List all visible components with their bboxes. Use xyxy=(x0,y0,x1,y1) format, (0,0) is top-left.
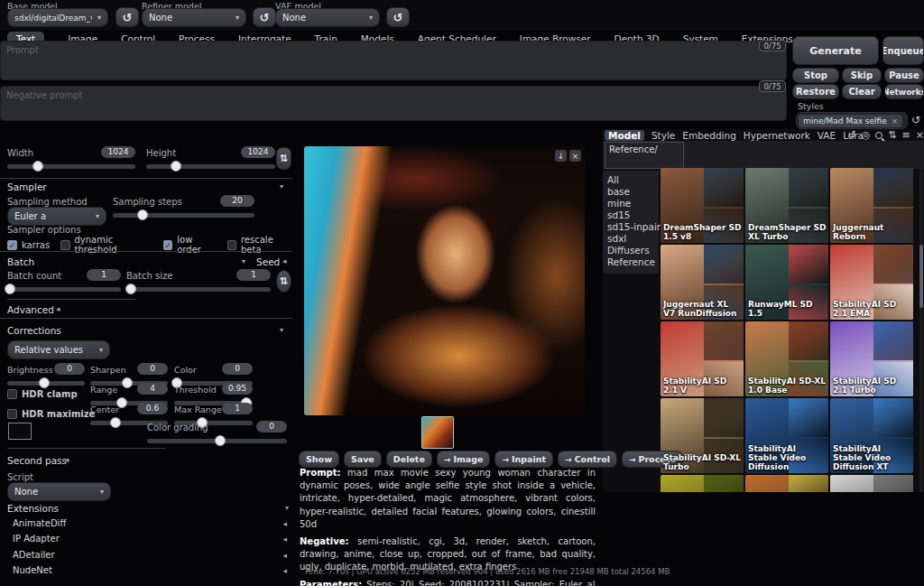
save-button[interactable]: Save xyxy=(344,451,382,468)
show-button[interactable]: Show xyxy=(299,451,339,468)
model-card[interactable]: DreamShaper SD XL Turbo xyxy=(745,168,828,243)
model-card[interactable]: Juggernaut Reborn xyxy=(830,168,913,243)
batch-section-header[interactable]: Batch xyxy=(7,256,34,267)
generate-button[interactable]: Generate xyxy=(792,36,879,65)
second-pass-section-header[interactable]: Second pass xyxy=(7,455,67,466)
seed-section-header[interactable]: Seed xyxy=(256,256,280,267)
model-card[interactable]: StabilityAI Stable Video Diffusion XT xyxy=(830,398,913,473)
category-sd15[interactable]: sd15 xyxy=(607,209,659,221)
model-card[interactable]: Juggernaut XL V7 RunDiffusion xyxy=(661,245,744,320)
scrollbar[interactable] xyxy=(919,168,923,492)
category-sd15-inpaint[interactable]: sd15-inpaint xyxy=(607,221,659,233)
advanced-section-header[interactable]: Advanced xyxy=(7,304,54,315)
sort-icon[interactable]: ⇅ xyxy=(888,130,896,140)
list-view-icon[interactable]: ≡ xyxy=(902,130,910,140)
range-value[interactable]: 4 xyxy=(137,383,168,395)
sampling-steps-handle[interactable] xyxy=(137,209,148,220)
brightness-track[interactable] xyxy=(7,381,85,386)
model-card[interactable]: StabilityAI SD-XL 1.0 Base xyxy=(745,321,828,396)
model-card[interactable]: StabilityAI SD 2.1 V xyxy=(661,321,744,396)
networks-tab-hypernetwork[interactable]: Hypernetwork xyxy=(744,130,810,141)
gallery-thumbnail[interactable] xyxy=(421,416,454,449)
send-to-image-button[interactable]: →Image xyxy=(437,451,491,468)
collapse-left-icon[interactable]: ◂ xyxy=(56,304,60,313)
color-grading-value[interactable]: 0 xyxy=(256,421,287,433)
sampler-section-header[interactable]: Sampler xyxy=(7,181,47,192)
category-reference[interactable]: Reference xyxy=(607,256,659,268)
download-icon[interactable]: ↓ xyxy=(555,150,567,162)
networks-tab-embedding[interactable]: Embedding xyxy=(682,130,736,141)
color-value[interactable]: 0 xyxy=(222,363,253,375)
collapse-left-icon[interactable]: ◂ xyxy=(282,256,287,265)
networks-tab-style[interactable]: Style xyxy=(651,130,675,141)
color-grading-track[interactable] xyxy=(147,439,287,443)
vae-model-refresh-button[interactable]: ↺ xyxy=(386,7,410,27)
base-model-dropdown[interactable]: sdxl/digitalDream_v11 [6948: ▾ xyxy=(7,8,108,27)
batch-size-track[interactable] xyxy=(126,287,271,292)
color-grade-swatch[interactable] xyxy=(8,423,32,440)
close-icon[interactable]: × xyxy=(569,150,581,162)
model-card[interactable]: RunwayML SD 1.5 xyxy=(745,245,828,320)
networks-button[interactable]: Networks xyxy=(884,84,924,99)
networks-tab-vae[interactable]: VAE xyxy=(818,130,836,141)
refiner-model-dropdown[interactable]: None ▾ xyxy=(142,8,246,27)
sampling-steps-value[interactable]: 20 xyxy=(220,195,254,207)
model-card[interactable] xyxy=(745,475,828,492)
brightness-handle[interactable] xyxy=(39,377,50,388)
sampling-steps-track[interactable] xyxy=(113,213,254,218)
negative-prompt-input[interactable]: Negative prompt xyxy=(0,86,787,121)
extension-nudenet[interactable]: NudeNet ◂ xyxy=(13,565,287,575)
batch-size-handle[interactable] xyxy=(125,284,136,294)
clear-button[interactable]: Clear xyxy=(842,84,882,99)
send-to-control-button[interactable]: →Control xyxy=(558,451,617,468)
category-sdxl[interactable]: sdxl xyxy=(607,233,659,245)
restore-button[interactable]: Restore xyxy=(792,84,839,99)
networks-search-input[interactable]: Reference/ xyxy=(605,142,684,169)
batch-count-value[interactable]: 1 xyxy=(87,269,121,281)
swap-dimensions-button[interactable]: ⇅ xyxy=(276,147,291,170)
checkbox-hdr-maximize[interactable]: HDR maximize xyxy=(7,409,95,419)
model-card[interactable] xyxy=(661,475,744,492)
model-card[interactable]: StabilityAI SD 2.1 Turbo xyxy=(830,321,913,396)
brightness-value[interactable]: 0 xyxy=(54,363,85,375)
width-value[interactable]: 1024 xyxy=(101,146,135,158)
extension-animatediff[interactable]: AnimateDiff ◂ xyxy=(13,518,287,528)
width-slider-handle[interactable] xyxy=(32,161,43,172)
color-grading-handle[interactable] xyxy=(215,435,226,446)
swap-batch-button[interactable]: ⇅ xyxy=(276,270,291,293)
max-range-value[interactable]: 1 xyxy=(222,403,253,414)
collapse-left-icon[interactable]: ◂ xyxy=(65,455,69,464)
collapse-icon[interactable]: ▾ xyxy=(242,257,245,265)
send-to-inpaint-button[interactable]: →Inpaint xyxy=(494,451,553,468)
vae-model-dropdown[interactable]: None ▾ xyxy=(275,8,380,27)
search-icon[interactable] xyxy=(875,132,882,139)
sharpen-value[interactable]: 0 xyxy=(137,363,168,375)
prompt-input[interactable]: Prompt xyxy=(0,41,787,80)
extension-ip-adapter[interactable]: IP Adapter ◂ xyxy=(13,534,287,544)
model-card[interactable]: StabilityAI Stable Video Diffusion xyxy=(745,398,828,473)
extensions-section-header[interactable]: Extensions xyxy=(7,503,59,514)
collapse-icon[interactable]: ▾ xyxy=(280,326,283,334)
pause-button[interactable]: Pause xyxy=(884,68,924,83)
height-slider-track[interactable] xyxy=(146,164,275,169)
category-mine[interactable]: mine xyxy=(607,198,659,209)
height-slider-handle[interactable] xyxy=(171,161,181,172)
model-card[interactable]: DreamShaper SD 1.5 v8 xyxy=(661,168,744,243)
refiner-model-refresh-button[interactable]: ↺ xyxy=(253,7,276,27)
collapse-icon[interactable]: ▾ xyxy=(285,504,289,512)
collapse-icon[interactable]: ▾ xyxy=(280,182,283,191)
delete-button[interactable]: Delete xyxy=(386,451,432,468)
category-all[interactable]: All xyxy=(607,174,659,186)
skip-button[interactable]: Skip xyxy=(842,68,882,83)
model-card[interactable] xyxy=(830,475,913,492)
width-slider-track[interactable] xyxy=(7,164,135,169)
height-value[interactable]: 1024 xyxy=(241,146,275,158)
stop-button[interactable]: Stop xyxy=(792,68,839,83)
category-diffusers[interactable]: Diffusers xyxy=(607,245,659,256)
scrollbar-thumb[interactable] xyxy=(919,245,923,308)
corrections-section-header[interactable]: Corrections xyxy=(7,325,61,336)
extension-adetailer[interactable]: ADetailer ◂ xyxy=(13,550,287,560)
close-icon[interactable]: × xyxy=(916,130,924,140)
script-dropdown[interactable]: None ▾ xyxy=(7,482,111,501)
center-handle[interactable] xyxy=(110,417,121,428)
